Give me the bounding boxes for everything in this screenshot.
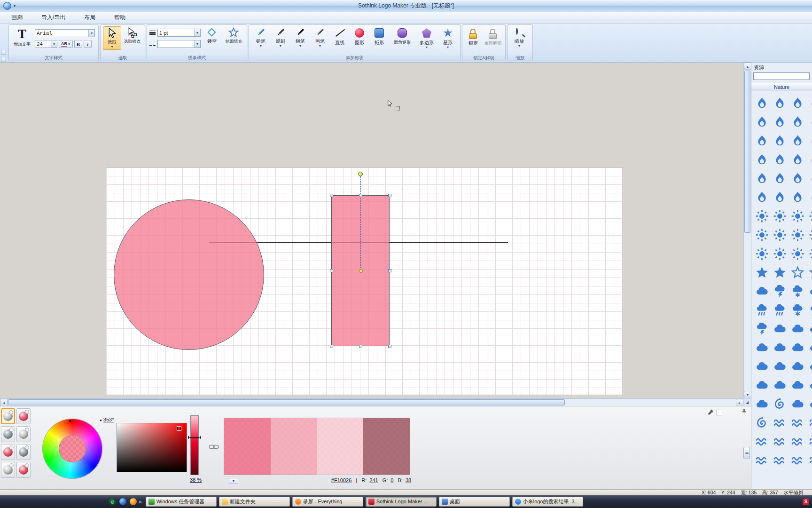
style-preset-4[interactable] [16, 426, 31, 442]
scroll-left-icon[interactable]: ◄ [0, 399, 8, 406]
sun-icon[interactable] [754, 246, 769, 261]
line-style-select[interactable]: ▼ [157, 40, 201, 48]
snow-icon[interactable] [790, 302, 805, 318]
selection-handle[interactable] [388, 194, 391, 197]
flame-icon[interactable] [754, 190, 769, 205]
panel-collapse-button[interactable]: ◄► [743, 447, 750, 459]
cloud-icon[interactable] [808, 359, 812, 374]
rain-icon[interactable] [754, 302, 769, 318]
select-anchor-button[interactable]: 选取锚点 [122, 26, 142, 50]
eyedropper-icon[interactable] [707, 409, 714, 416]
flame-icon[interactable] [790, 133, 805, 148]
canvas-circle-shape[interactable] [114, 199, 264, 350]
globe-icon[interactable] [119, 498, 126, 505]
sun-icon[interactable] [772, 227, 787, 242]
sv-picker-cursor[interactable] [177, 427, 181, 430]
overflow-chevron[interactable]: » [139, 499, 142, 505]
style-preset-6[interactable] [16, 444, 31, 460]
vertical-scrollbar[interactable]: ▲ ▼ [743, 63, 751, 398]
sun-icon[interactable] [790, 227, 805, 242]
cloud-icon[interactable] [808, 321, 812, 336]
center-handle[interactable] [359, 269, 363, 273]
style-preset-2[interactable] [16, 408, 31, 424]
wave-icon[interactable] [790, 415, 805, 430]
wave-icon[interactable] [808, 415, 812, 430]
cloud-icon[interactable] [754, 397, 769, 412]
circle-shape-button[interactable]: 圆形 [350, 26, 369, 50]
flame-icon[interactable] [808, 152, 812, 167]
flame-icon[interactable] [790, 152, 805, 167]
selection-handle[interactable] [330, 345, 333, 348]
swirl-icon[interactable] [754, 415, 769, 430]
flame-icon[interactable] [808, 95, 812, 111]
selection-handle[interactable] [388, 345, 391, 348]
flame-icon[interactable] [808, 190, 812, 205]
brush-tool-button[interactable]: 画笔▼ [311, 26, 329, 50]
zoom-button[interactable]: 缩放▼ [510, 26, 529, 48]
hollow-button[interactable]: 镂空 [203, 26, 220, 48]
flame-icon[interactable] [808, 133, 812, 148]
chevron-down-icon[interactable]: ▼ [51, 40, 57, 48]
polygon-shape-button[interactable]: 多边形▼ [416, 26, 437, 50]
flame-icon[interactable] [754, 133, 769, 148]
taskbar-button[interactable]: 桌面 [439, 497, 510, 507]
canvas-area[interactable]: ▲ ▼ ◄ ► ◢ [0, 63, 751, 406]
color-swatch-4[interactable] [363, 418, 410, 475]
alpha-value[interactable]: 38 % [190, 477, 202, 483]
selection-handle[interactable] [359, 345, 362, 348]
cloud-icon[interactable] [754, 284, 769, 299]
hex-value[interactable]: #F10026 [331, 477, 351, 483]
star-icon[interactable] [754, 265, 769, 280]
flame-icon[interactable] [790, 95, 805, 111]
chevron-down-icon[interactable]: ▼ [194, 29, 200, 36]
sun-icon[interactable] [772, 208, 787, 223]
taskbar-button[interactable]: 录屏 - Everything [292, 497, 363, 507]
color-swatch-1[interactable] [224, 418, 271, 475]
cloud-icon[interactable] [808, 397, 812, 412]
cloud-icon[interactable] [808, 340, 812, 355]
wave-icon[interactable] [772, 434, 787, 449]
picked-color-box[interactable] [717, 410, 722, 415]
cloud-icon[interactable] [790, 397, 805, 412]
scroll-up-icon[interactable]: ▲ [744, 63, 751, 70]
flame-icon[interactable] [772, 190, 787, 205]
unlock-all-button[interactable]: 全部解锁 [483, 26, 503, 48]
sun-icon[interactable] [808, 227, 812, 242]
cloud-icon[interactable] [772, 359, 787, 374]
flame-icon[interactable] [790, 171, 805, 186]
menu-item[interactable]: 导入/导出 [39, 13, 67, 23]
taskbar-button[interactable]: 新建文件夹 [219, 497, 290, 507]
taskbar-button[interactable]: Sothink Logo Maker 专业... [366, 497, 437, 507]
sun-icon[interactable] [808, 208, 812, 223]
lightning-icon[interactable] [754, 321, 769, 336]
crayon-tool-button[interactable]: 蜡刷▼ [271, 26, 290, 50]
chevron-down-icon[interactable]: ▼ [194, 40, 200, 48]
selection-handle[interactable] [388, 269, 391, 272]
color-swatch-3[interactable] [317, 418, 364, 475]
hue-value[interactable]: 353° [103, 417, 114, 422]
text-case-button[interactable]: AB▼ [59, 40, 73, 48]
menu-item[interactable]: 帮助 [112, 13, 127, 23]
flame-icon[interactable] [808, 171, 812, 186]
rain-icon[interactable] [808, 302, 812, 318]
menu-item[interactable]: 画廊 [9, 13, 24, 23]
flame-icon[interactable] [754, 114, 769, 129]
style-preset-7[interactable] [1, 462, 15, 478]
flame-icon[interactable] [754, 95, 769, 111]
flame-icon[interactable] [772, 152, 787, 167]
pencil-tool-button[interactable]: 铅笔▼ [251, 26, 270, 50]
star-o-icon[interactable] [808, 265, 812, 280]
vertical-scroll-thumb[interactable] [744, 71, 750, 233]
flame-icon[interactable] [790, 114, 805, 129]
color-wheel[interactable] [42, 419, 102, 479]
chevron-down-icon[interactable]: ▼ [88, 30, 94, 37]
snow-icon[interactable] [790, 284, 805, 299]
cloud-icon[interactable] [754, 359, 769, 374]
selection-handle[interactable] [330, 269, 333, 272]
line-shape-button[interactable]: 直线 [330, 26, 349, 50]
saturation-value-picker[interactable] [117, 423, 187, 472]
cloud-icon[interactable] [754, 378, 769, 393]
left-toolbar-icon-1[interactable] [1, 50, 6, 55]
line-width-select[interactable]: 1 pt ▼ [157, 29, 201, 37]
sun-icon[interactable] [754, 208, 769, 223]
